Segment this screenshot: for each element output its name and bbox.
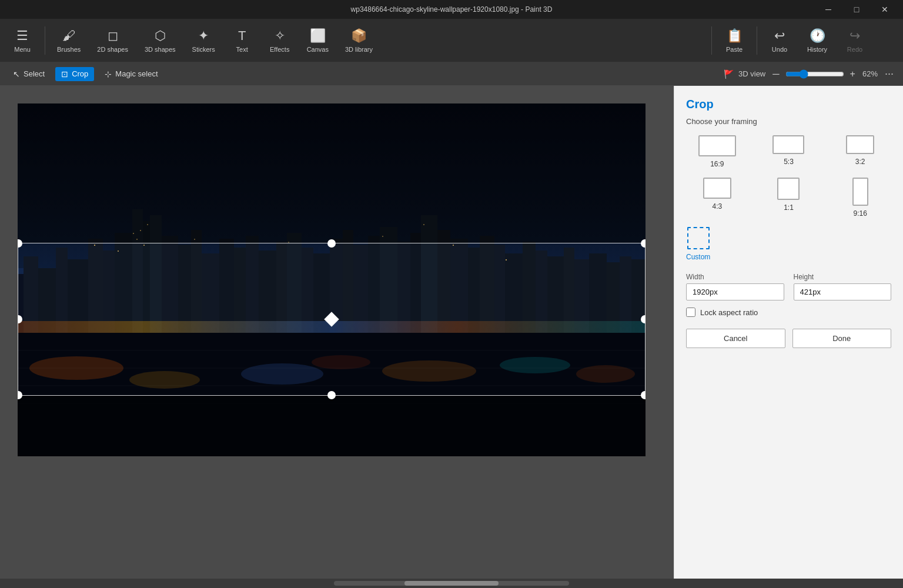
framing-3-2[interactable]: 3:2 (829, 135, 891, 168)
menu-button[interactable]: ☰ Menu (5, 22, 40, 59)
horizontal-scrollbar[interactable] (334, 581, 569, 586)
select-label: Select (24, 69, 45, 78)
crop-overlay-top (18, 103, 646, 243)
crop-move-handle[interactable] (324, 312, 339, 326)
toolbar-divider-2 (711, 26, 712, 55)
redo-label: Redo (847, 46, 862, 53)
2d-shapes-button[interactable]: ◻ 2D shapes (90, 22, 135, 59)
canvas-container (18, 103, 646, 456)
done-button[interactable]: Done (792, 329, 892, 348)
canvas-label: Canvas (307, 46, 329, 53)
more-options-button[interactable]: ··· (882, 66, 896, 81)
width-label: Width (686, 273, 784, 281)
effects-button[interactable]: ✧ Effects (262, 22, 297, 59)
secondary-toolbar: ↖ Select ⊡ Crop ⊹ Magic select 🚩 3D view… (0, 62, 903, 86)
3d-library-label: 3D library (345, 46, 373, 53)
framing-custom[interactable]: Custom (686, 227, 710, 261)
crop-overlay-bottom (18, 396, 646, 456)
maximize-button[interactable]: □ (843, 0, 870, 19)
framing-4-3[interactable]: 4:3 (686, 178, 748, 218)
zoom-value: 62% (862, 69, 878, 78)
dimensions-section: Width Height Lock aspect ratio (674, 273, 903, 329)
text-icon: T (238, 28, 246, 44)
paste-button[interactable]: 📋 Paste (717, 22, 752, 59)
main-area: Crop Choose your framing 16:9 5:3 3:2 4: (0, 86, 903, 579)
history-button[interactable]: 🕐 History (800, 22, 835, 59)
3d-shapes-button[interactable]: ⬡ 3D shapes (138, 22, 183, 59)
toolbar-divider-1 (45, 26, 45, 55)
framing-label-5-3: 5:3 (784, 158, 794, 166)
crop-handle-top-right[interactable] (641, 239, 646, 248)
zoom-control[interactable]: ─ + (770, 68, 858, 81)
crop-handle-middle-left[interactable] (18, 315, 22, 323)
bottom-bar (0, 579, 903, 588)
crop-handle-middle-right[interactable] (641, 315, 646, 323)
crop-handle-bottom-center[interactable] (327, 391, 336, 399)
canvas-area[interactable] (0, 86, 674, 579)
brushes-button[interactable]: 🖌 Brushes (50, 22, 88, 59)
text-button[interactable]: T Text (225, 22, 260, 59)
text-label: Text (236, 46, 248, 53)
crop-handle-bottom-right[interactable] (641, 391, 646, 399)
canvas-icon: ⬜ (310, 28, 326, 44)
framing-box-5-3 (772, 135, 804, 154)
history-icon: 🕐 (810, 28, 825, 44)
custom-framing-section: Custom (674, 227, 903, 273)
undo-button[interactable]: ↩ Undo (762, 22, 797, 59)
stickers-button[interactable]: ✦ Stickers (185, 22, 222, 59)
framing-label-9-16: 9:16 (853, 209, 867, 218)
framing-16-9[interactable]: 16:9 (686, 135, 748, 168)
title-bar: wp3486664-chicago-skyline-wallpaper-1920… (0, 0, 903, 19)
dimensions-row: Width Height (686, 273, 891, 300)
panel-subtitle: Choose your framing (674, 117, 903, 135)
magic-select-icon: ⊹ (105, 69, 112, 79)
zoom-in-button[interactable]: + (848, 68, 858, 81)
framing-box-4-3 (703, 178, 731, 199)
2d-shapes-label: 2D shapes (97, 46, 128, 53)
zoom-out-button[interactable]: ─ (770, 68, 781, 81)
magic-select-button[interactable]: ⊹ Magic select (99, 67, 163, 81)
scrollbar-thumb[interactable] (404, 581, 499, 586)
select-button[interactable]: ↖ Select (7, 67, 51, 81)
toolbar-right: 📋 Paste ↩ Undo 🕐 History ↪ Redo (709, 22, 898, 59)
undo-label: Undo (772, 46, 787, 53)
redo-button[interactable]: ↪ Redo (837, 22, 872, 59)
stickers-icon: ✦ (198, 28, 209, 44)
crop-button[interactable]: ⊡ Crop (55, 67, 94, 81)
crop-label: Crop (72, 69, 88, 78)
framing-label-3-2: 3:2 (855, 158, 865, 166)
select-icon: ↖ (13, 69, 20, 79)
framing-5-3[interactable]: 5:3 (758, 135, 820, 168)
framing-box-9-16 (852, 178, 868, 206)
framing-9-16[interactable]: 9:16 (829, 178, 891, 218)
toolbar-divider-3 (757, 26, 757, 55)
effects-icon: ✧ (275, 28, 285, 44)
framing-label-4-3: 4:3 (712, 202, 722, 211)
lock-aspect-ratio-checkbox[interactable] (686, 308, 695, 317)
canvas-button[interactable]: ⬜ Canvas (300, 22, 336, 59)
framing-grid: 16:9 5:3 3:2 4:3 1:1 (674, 135, 903, 227)
crop-handle-top-center[interactable] (327, 239, 336, 248)
zoom-slider[interactable] (785, 69, 844, 79)
framing-label-1-1: 1:1 (784, 203, 794, 212)
3d-shapes-label: 3D shapes (145, 46, 176, 53)
2d-shapes-icon: ◻ (108, 28, 118, 44)
crop-selection[interactable] (18, 243, 646, 396)
cancel-button[interactable]: Cancel (686, 329, 785, 348)
menu-icon: ☰ (16, 28, 28, 44)
height-input[interactable] (794, 283, 892, 300)
effects-label: Effects (270, 46, 289, 53)
action-buttons-row: Cancel Done (674, 329, 903, 348)
brushes-label: Brushes (57, 46, 81, 53)
crop-handle-top-left[interactable] (18, 239, 22, 248)
history-label: History (807, 46, 827, 53)
lock-aspect-ratio-label: Lock aspect ratio (700, 308, 758, 317)
magic-select-label: Magic select (115, 69, 158, 78)
framing-1-1[interactable]: 1:1 (758, 178, 820, 218)
close-button[interactable]: ✕ (871, 0, 898, 19)
framing-label-16-9: 16:9 (710, 160, 724, 168)
minimize-button[interactable]: ─ (815, 0, 842, 19)
width-input[interactable] (686, 283, 784, 300)
3d-library-button[interactable]: 📦 3D library (338, 22, 380, 59)
framing-box-16-9 (698, 135, 736, 156)
